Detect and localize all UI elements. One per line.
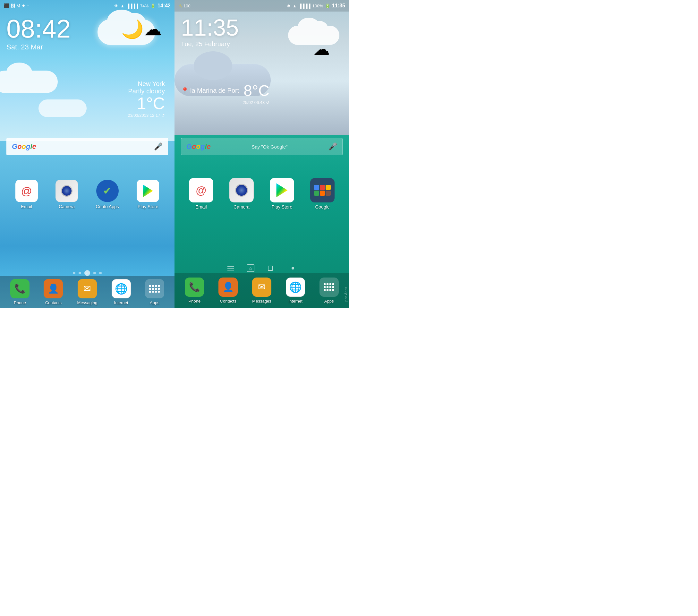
messages-icon-right: ✉ (252, 278, 271, 297)
apps-dot-r (326, 289, 329, 291)
cloud-2 (0, 71, 58, 93)
apps-dot (149, 288, 151, 290)
dock-phone-left[interactable]: 📞 Phone (10, 279, 29, 305)
dock-right: 📞 Phone 👤 Contacts ✉ Messages 🌐 Internet (174, 273, 349, 308)
apps-grid-r (321, 281, 337, 294)
dock-apps-right[interactable]: Apps (320, 278, 339, 304)
status-icons-left: ⬛ 🖼 M ★ ↑ (4, 3, 29, 8)
app-email-right[interactable]: @ Email (189, 178, 213, 210)
dot-4 (99, 272, 102, 274)
checkmark-icon: ✔ (103, 185, 112, 197)
globe-icon: 🌐 (115, 283, 128, 295)
contacts-label-left: Contacts (45, 300, 61, 305)
nav-line (227, 270, 234, 270)
watermark: pho Apps (344, 287, 348, 302)
dock-contacts-right[interactable]: 👤 Contacts (219, 278, 238, 304)
dock-messages-right[interactable]: ✉ Messages (252, 278, 271, 304)
app-google-right[interactable]: Google (310, 178, 335, 210)
voice-search-icon-right[interactable]: 🎤 (329, 142, 337, 151)
battery-pct-left: 74% (140, 3, 149, 8)
messaging-label-left: Messaging (77, 300, 98, 305)
apps-dot (152, 285, 154, 287)
email-icon-right: @ (189, 178, 213, 202)
phone-right: ⚠ 100 ✱ ▲ ▐▐▐▐ 100% 🔋 11:35 11:35 Tue, 2… (174, 0, 349, 308)
dot-2 (79, 272, 81, 274)
internet-label-right: Internet (288, 299, 303, 304)
nav-bar-right: ⌂ (174, 264, 349, 273)
status-right-right: ✱ ▲ ▐▐▐▐ 100% 🔋 11:35 (287, 3, 345, 9)
search-bar-left[interactable]: Google 🎤 (6, 138, 168, 155)
eye-icon: 👁 (114, 3, 118, 8)
dock-internet-left[interactable]: 🌐 Internet (112, 279, 131, 305)
warning-icon: ⚠ (178, 3, 182, 8)
dock-phone-right[interactable]: 📞 Phone (185, 278, 204, 304)
nav-home-btn[interactable]: ⌂ (247, 264, 254, 272)
dock-contacts-left[interactable]: 👤 Contacts (44, 279, 63, 305)
home-dot[interactable]: ⌂ (84, 270, 90, 276)
cloud-icon: ☁ (313, 40, 330, 58)
wifi-icon-r: ▲ (293, 3, 297, 8)
weather-update-left: 23/03/2013 12:17 ↺ (128, 113, 165, 118)
sd-icon: ⬛ (4, 3, 9, 8)
signal-icon: ▐▐▐▐ (126, 3, 138, 8)
apps-dot (152, 291, 154, 293)
apps-dot-r (332, 286, 334, 288)
dock-messaging-left[interactable]: ✉ Messaging (77, 279, 98, 305)
nav-square-btn[interactable] (264, 264, 277, 273)
apps-dot-r (324, 286, 325, 288)
apps-dot-r (330, 286, 331, 288)
apps-dot (155, 285, 157, 287)
email-icon-left: @ (15, 180, 38, 202)
voice-search-icon[interactable]: 🎤 (154, 142, 163, 151)
status-right-left: 👁 ▲ ▐▐▐▐ 74% 🔋 14:42 (114, 3, 171, 9)
app-email-left[interactable]: @ Email (15, 180, 38, 209)
dock-internet-right[interactable]: 🌐 Internet (286, 278, 305, 304)
playstore-label-left: Play Store (138, 204, 158, 209)
status-bar-right: ⚠ 100 ✱ ▲ ▐▐▐▐ 100% 🔋 11:35 (174, 0, 349, 12)
gmail-icon: M (16, 3, 20, 8)
google-logo-right: Google (186, 142, 211, 151)
clock-widget-right: 11:35 Tue, 25 February (181, 16, 239, 48)
svg-marker-1 (277, 183, 288, 197)
star-icon: ★ (22, 3, 26, 8)
playstore-label-right: Play Store (272, 205, 293, 210)
nav-menu-btn[interactable] (224, 264, 237, 273)
apps-grid (146, 282, 162, 295)
apps-dot-r (332, 289, 334, 291)
at-symbol-r: @ (196, 184, 207, 197)
apps-dot (155, 291, 157, 293)
dock-apps-left[interactable]: Apps (145, 279, 164, 305)
square-icon (268, 266, 273, 271)
app-playstore-left[interactable]: Play Store (137, 180, 159, 209)
ok-google-hint: Say "Ok Google" (211, 144, 329, 150)
gf-row2 (314, 191, 331, 196)
app-camera-right[interactable]: Camera (229, 178, 254, 210)
status-time-right: 11:35 (332, 3, 345, 9)
internet-icon-left: 🌐 (112, 279, 131, 298)
apps-dot (149, 285, 151, 287)
apps-dot (152, 288, 154, 290)
contacts-sym: 👤 (48, 283, 59, 294)
apps-dot-r (326, 283, 329, 285)
weather-update-right: 25/02 06:43 ↺ (181, 100, 269, 105)
clock-date-left: Sat, 23 Mar (6, 43, 71, 51)
apps-dot (158, 285, 160, 287)
pin-icon: 📍 (181, 87, 189, 95)
apps-label-left: Apps (150, 300, 159, 305)
app-camera-left[interactable]: Camera (56, 180, 78, 209)
apps-dot (158, 288, 160, 290)
contacts-icon-left: 👤 (44, 279, 63, 298)
cento-icon: ✔ (96, 180, 119, 202)
at-symbol: @ (21, 185, 32, 197)
bluetooth-icon: ✱ (287, 3, 291, 8)
apps-dot-r (332, 283, 334, 285)
app-playstore-right[interactable]: Play Store (270, 178, 294, 210)
nav-circle-btn[interactable] (287, 264, 299, 273)
moon-cloud-icon: 🌙☁ (121, 19, 162, 39)
contacts-label-right: Contacts (220, 299, 236, 304)
battery-icon-left: 🔋 (151, 3, 156, 8)
app-cento-left[interactable]: ✔ Cento Apps (96, 180, 119, 209)
location-text: la Marina de Port (190, 87, 239, 94)
messages-sym-r: ✉ (258, 282, 265, 292)
search-bar-right[interactable]: Google Say "Ok Google" 🎤 (181, 138, 343, 155)
